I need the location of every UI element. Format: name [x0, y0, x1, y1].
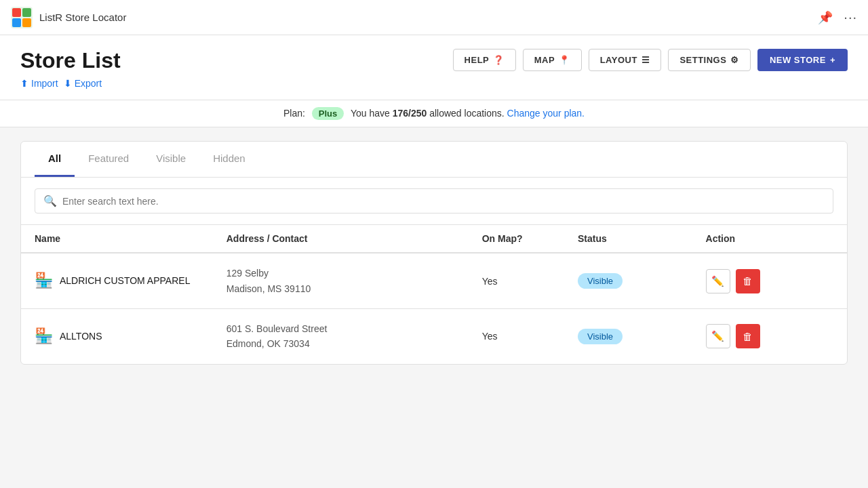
- search-box: 🔍: [35, 188, 833, 214]
- svg-rect-1: [12, 8, 21, 17]
- status-2: Visible: [578, 329, 705, 344]
- tab-hidden[interactable]: Hidden: [199, 142, 259, 177]
- col-status: Status: [578, 233, 705, 244]
- export-button[interactable]: ⬇ Export: [64, 78, 102, 89]
- layout-label: LAYOUT: [600, 55, 637, 65]
- store-table: Name Address / Contact On Map? Status Ac…: [21, 225, 847, 364]
- store-name-2: 🏪 ALLTONS: [35, 326, 226, 347]
- table-row: 🏪 ALLTONS 601 S. Boulevard Street Edmond…: [21, 309, 847, 364]
- plan-badge: Plus: [312, 107, 344, 120]
- search-container: 🔍: [21, 178, 847, 225]
- header-actions: ⬆ Import ⬇ Export: [20, 78, 121, 89]
- help-icon: ❓: [493, 55, 505, 65]
- settings-button[interactable]: SETTINGS ⚙: [668, 49, 751, 71]
- page-title: Store List: [20, 49, 121, 73]
- table-row: 🏪 ALDRICH CUSTOM APPAREL 129 Selby Madis…: [21, 253, 847, 309]
- action-1: ✏️ 🗑: [706, 269, 833, 293]
- store-icon-2: 🏪: [35, 326, 53, 347]
- new-store-button[interactable]: NEW STORE +: [757, 49, 848, 71]
- tabs: All Featured Visible Hidden: [21, 142, 847, 178]
- header-right: HELP ❓ MAP 📍 LAYOUT ☰ SETTINGS ⚙ NEW STO…: [453, 49, 848, 71]
- import-icon: ⬆: [20, 78, 28, 89]
- onmap-1: Yes: [482, 276, 578, 287]
- map-icon: 📍: [559, 55, 570, 65]
- store-name-1: 🏪 ALDRICH CUSTOM APPAREL: [35, 270, 226, 291]
- status-badge-2: Visible: [578, 329, 623, 344]
- edit-button-2[interactable]: ✏️: [706, 324, 730, 348]
- tab-all[interactable]: All: [35, 142, 75, 177]
- plan-description: You have: [351, 108, 390, 119]
- pin-icon[interactable]: 📌: [818, 10, 833, 25]
- table-header: Name Address / Contact On Map? Status Ac…: [21, 225, 847, 253]
- plan-bar: Plan: Plus You have 176/250 allowed loca…: [0, 100, 868, 127]
- search-input[interactable]: [62, 196, 825, 207]
- svg-rect-4: [22, 18, 31, 27]
- col-name: Name: [35, 233, 226, 244]
- import-button[interactable]: ⬆ Import: [20, 78, 58, 89]
- more-options-icon[interactable]: ···: [844, 9, 857, 25]
- store-icon-1: 🏪: [35, 270, 53, 291]
- topbar: ListR Store Locator 📌 ···: [0, 0, 868, 35]
- address-2: 601 S. Boulevard Street Edmond, OK 73034: [226, 321, 482, 352]
- map-button[interactable]: MAP 📍: [523, 49, 582, 71]
- help-label: HELP: [465, 55, 490, 65]
- plan-suffix: allowed locations.: [429, 108, 507, 119]
- plan-change-link[interactable]: Change your plan.: [507, 108, 585, 119]
- col-onmap: On Map?: [482, 233, 578, 244]
- map-label: MAP: [534, 55, 555, 65]
- onmap-2: Yes: [482, 331, 578, 342]
- app-logo: [11, 7, 33, 28]
- settings-label: SETTINGS: [679, 55, 726, 65]
- address-1: 129 Selby Madison, MS 39110: [226, 266, 482, 296]
- header-section: Store List ⬆ Import ⬇ Export HELP ❓ MAP …: [0, 35, 868, 100]
- status-badge-1: Visible: [578, 273, 623, 289]
- col-action: Action: [706, 233, 833, 244]
- plan-label: Plan:: [283, 108, 305, 119]
- layout-icon: ☰: [642, 55, 650, 65]
- col-address: Address / Contact: [226, 233, 482, 244]
- topbar-right: 📌 ···: [818, 9, 857, 25]
- tab-featured[interactable]: Featured: [75, 142, 142, 177]
- app-title: ListR Store Locator: [39, 12, 126, 23]
- tab-visible[interactable]: Visible: [142, 142, 199, 177]
- delete-button-2[interactable]: 🗑: [736, 324, 760, 348]
- status-1: Visible: [578, 273, 705, 289]
- svg-rect-2: [22, 8, 31, 17]
- topbar-left: ListR Store Locator: [11, 7, 126, 28]
- new-store-plus-icon: +: [830, 55, 835, 65]
- settings-icon: ⚙: [730, 55, 739, 65]
- export-icon: ⬇: [64, 78, 72, 89]
- main-content: All Featured Visible Hidden 🔍 Name Addre…: [20, 141, 848, 365]
- header-left: Store List ⬆ Import ⬇ Export: [20, 49, 121, 89]
- delete-button-1[interactable]: 🗑: [736, 269, 760, 293]
- plan-usage: 176/250: [393, 108, 427, 119]
- new-store-label: NEW STORE: [770, 55, 826, 65]
- action-2: ✏️ 🗑: [706, 324, 833, 348]
- layout-button[interactable]: LAYOUT ☰: [589, 49, 662, 71]
- svg-rect-3: [12, 18, 21, 27]
- edit-button-1[interactable]: ✏️: [706, 269, 730, 293]
- search-icon: 🔍: [43, 195, 57, 207]
- help-button[interactable]: HELP ❓: [453, 49, 516, 71]
